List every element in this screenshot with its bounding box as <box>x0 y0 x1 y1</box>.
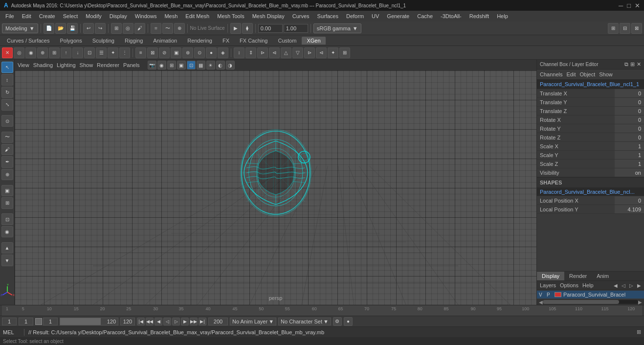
select-mode-button[interactable]: ↖ <box>1 62 13 73</box>
sculpt-button[interactable]: ✒ <box>1 156 13 167</box>
vp-isolate-icon[interactable]: ◉ <box>157 61 166 69</box>
field-value-2[interactable] <box>284 24 308 33</box>
object-menu[interactable]: Object <box>579 71 595 77</box>
tool-icon-7[interactable]: ⊡ <box>84 47 95 58</box>
vp-menu-shading[interactable]: Shading <box>33 62 53 68</box>
menu-uv[interactable]: UV <box>368 12 382 20</box>
undo-button[interactable]: ↩ <box>83 23 94 34</box>
nav-button-1[interactable]: ▲ <box>1 242 13 253</box>
rotate-button[interactable]: ↻ <box>1 87 13 98</box>
layers-menu[interactable]: Layers <box>540 282 556 288</box>
menu-curves[interactable]: Curves <box>289 12 313 20</box>
auto-key-button[interactable]: ● <box>344 317 353 326</box>
vp-menu-show[interactable]: Show <box>80 62 93 68</box>
workspace-dropdown[interactable]: Modeling ▼ <box>2 23 38 33</box>
frame-input[interactable] <box>43 318 58 325</box>
go-end-button[interactable]: ▶| <box>199 318 206 325</box>
xgen-icon-1[interactable]: ✕ <box>2 47 13 58</box>
layer-playback[interactable]: P <box>547 292 553 298</box>
select-tool-button[interactable]: ⊞ <box>111 23 122 34</box>
save-file-button[interactable]: 💾 <box>67 23 78 34</box>
tool-icon-27[interactable]: ✦ <box>328 47 338 58</box>
tab-fx-caching[interactable]: FX Caching <box>235 37 272 45</box>
menu-mesh-tools[interactable]: Mesh Tools <box>214 12 247 20</box>
channel-scale-x[interactable]: Scale X 1 <box>537 142 644 151</box>
menu-help[interactable]: Help <box>493 12 511 20</box>
layer-arrow-forward[interactable]: ▷ <box>629 283 633 288</box>
vp-menu-lighting[interactable]: Lighting <box>57 62 76 68</box>
soft-select-button[interactable]: ⊙ <box>1 115 13 126</box>
current-frame-field[interactable] <box>19 318 33 325</box>
channel-rotate-y[interactable]: Rotate Y 0 <box>537 124 644 133</box>
vp-texture-icon[interactable]: ▦ <box>197 61 205 69</box>
timeline[interactable]: 1 5 10 15 20 25 30 35 40 45 50 55 60 65 … <box>0 305 644 316</box>
anim-layer-dropdown[interactable]: No Anim Layer ▼ <box>230 318 276 325</box>
tab-display[interactable]: Display <box>537 272 564 280</box>
layer-item[interactable]: V P Paracord_Survival_Bracel <box>537 291 644 299</box>
close-button[interactable]: ✕ <box>635 2 640 9</box>
vp-light-icon[interactable]: ☀ <box>206 61 215 69</box>
tool-icon-25[interactable]: ⊳ <box>304 47 315 58</box>
play-button[interactable]: ▷ <box>172 318 180 325</box>
edit-menu[interactable]: Edit <box>566 71 576 77</box>
vp-shadow-icon[interactable]: ◐ <box>216 61 225 69</box>
tab-xgen[interactable]: XGen <box>302 37 325 45</box>
step-forward-button[interactable]: ▶▶ <box>190 318 198 325</box>
vp-ao-icon[interactable]: ◑ <box>226 61 235 69</box>
menu-select[interactable]: Select <box>60 12 82 20</box>
channel-scale-z[interactable]: Scale Z 1 <box>537 160 644 168</box>
menu-surfaces[interactable]: Surfaces <box>314 12 342 20</box>
tab-animation[interactable]: Animation <box>148 37 182 45</box>
range-bar[interactable]: 120 <box>60 318 118 325</box>
tool-icon-1[interactable]: ◎ <box>14 47 24 58</box>
prev-frame-button[interactable]: ◀ <box>155 318 162 325</box>
layer-button[interactable]: ▣ <box>1 185 13 196</box>
xray-button[interactable]: ⊡ <box>1 213 13 225</box>
channel-translate-y[interactable]: Translate Y 0 <box>537 98 644 107</box>
menu-mesh-display[interactable]: Mesh Display <box>249 12 288 20</box>
paint-select-button[interactable]: 🖌 <box>134 23 145 34</box>
tool-icon-18[interactable]: ◈ <box>218 47 228 58</box>
snap-grid-button[interactable]: ⌗ <box>151 23 161 34</box>
tool-icon-23[interactable]: △ <box>281 47 291 58</box>
panel-expand-icon[interactable]: ⧉ <box>624 61 628 68</box>
tool-icon-11[interactable]: ≡ <box>135 47 146 58</box>
tool-icon-28[interactable]: ⊞ <box>339 47 350 58</box>
help-menu[interactable]: Help <box>582 282 594 288</box>
menu-edit-mesh[interactable]: Edit Mesh <box>182 12 213 20</box>
tab-rigging[interactable]: Rigging <box>120 37 148 45</box>
channel-rotate-x[interactable]: Rotate X 0 <box>537 115 644 124</box>
menu-3dtoall[interactable]: -3DtoAll- <box>437 12 465 20</box>
channel-translate-z[interactable]: Translate Z 0 <box>537 107 644 115</box>
field-value-1[interactable] <box>258 24 283 33</box>
tab-rendering[interactable]: Rendering <box>182 37 217 45</box>
vp-camera-icon[interactable]: 📷 <box>148 61 156 69</box>
channels-menu[interactable]: Channels <box>540 71 562 77</box>
vp-menu-view[interactable]: View <box>18 62 29 68</box>
tab-custom[interactable]: Custom <box>273 37 302 45</box>
tool-icon-14[interactable]: ▣ <box>171 47 181 58</box>
tab-anim[interactable]: Anim <box>592 272 614 280</box>
tool-icon-17[interactable]: ● <box>206 47 217 58</box>
ipr-button[interactable]: ⧫ <box>242 23 253 34</box>
transform-button[interactable]: ↕ <box>1 74 13 85</box>
snap-curve-button[interactable]: 〜 <box>162 23 173 34</box>
channel-translate-x[interactable]: Translate X 0 <box>537 89 644 98</box>
tool-icon-2[interactable]: ◉ <box>25 47 36 58</box>
tool-icon-24[interactable]: ▽ <box>292 47 303 58</box>
render-region-button[interactable]: ⊞ <box>1 197 13 208</box>
status-icon[interactable]: ⊞ <box>637 329 641 335</box>
tab-render[interactable]: Render <box>564 272 592 280</box>
minimize-button[interactable]: ─ <box>619 2 623 9</box>
tool-icon-6[interactable]: ↓ <box>72 47 83 58</box>
open-file-button[interactable]: 📂 <box>55 23 66 34</box>
vp-menu-panels[interactable]: Panels <box>123 62 140 68</box>
channel-local-pos-x[interactable]: Local Position X 0 <box>537 196 644 205</box>
maximize-button[interactable]: □ <box>627 2 631 9</box>
tool-icon-5[interactable]: ↑ <box>61 47 71 58</box>
channel-scale-y[interactable]: Scale Y 1 <box>537 151 644 160</box>
vp-menu-renderer[interactable]: Renderer <box>97 62 119 68</box>
max-frame-field[interactable] <box>208 318 228 325</box>
channel-local-pos-y[interactable]: Local Position Y 4.109 <box>537 205 644 214</box>
viewport[interactable]: View Shading Lighting Show Renderer Pane… <box>15 60 536 305</box>
